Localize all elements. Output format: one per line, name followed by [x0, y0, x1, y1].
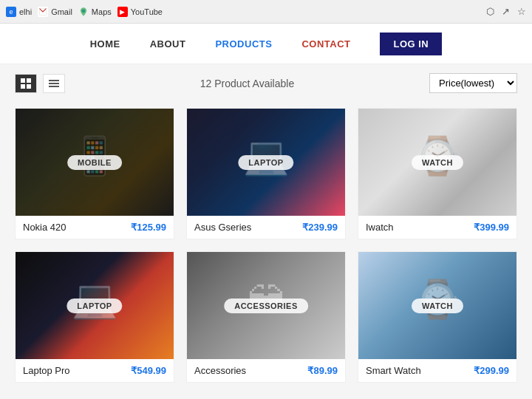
product-image-wrapper-5: ⌚ WATCH [358, 252, 516, 359]
elhi-icon: e [6, 7, 16, 17]
product-name-5: Smart Watch [366, 365, 421, 376]
product-card-3[interactable]: 💻 LAPTOP Laptop Pro ₹549.99 [15, 251, 174, 383]
list-icon [49, 78, 59, 89]
tab-youtube[interactable]: ▶ YouTube [117, 7, 163, 17]
tab-maps[interactable]: Maps [78, 7, 112, 17]
product-name-0: Nokia 420 [23, 222, 66, 233]
share-icon[interactable]: ↗ [502, 6, 510, 17]
products-grid: 📱 MOBILE Nokia 420 ₹125.99 💻 LAPTOP Asus… [0, 102, 532, 395]
product-card-0[interactable]: 📱 MOBILE Nokia 420 ₹125.99 [15, 108, 174, 239]
product-card-4[interactable]: 🕶 ACCESSORIES Accessories ₹89.99 [186, 251, 346, 383]
product-badge-0: MOBILE [67, 155, 122, 170]
product-image-wrapper-1: 💻 LAPTOP [187, 109, 345, 216]
product-name-2: Iwatch [366, 222, 394, 233]
product-badge-3: LAPTOP [66, 299, 122, 313]
tab-maps-label: Maps [92, 7, 112, 16]
maps-icon [78, 7, 89, 17]
login-button[interactable]: LOG IN [380, 33, 442, 55]
product-info-3: Laptop Pro ₹549.99 [16, 359, 174, 382]
tab-youtube-label: YouTube [131, 7, 163, 16]
product-count: 12 Product Available [65, 78, 429, 89]
svg-rect-6 [49, 80, 59, 81]
product-image-wrapper-3: 💻 LAPTOP [16, 252, 174, 359]
product-badge-2: WATCH [412, 155, 463, 170]
gmail-icon [38, 7, 48, 17]
tab-gmail[interactable]: Gmail [38, 7, 72, 17]
svg-rect-7 [49, 83, 59, 84]
product-image-wrapper-4: 🕶 ACCESSORIES [187, 252, 345, 359]
product-name-3: Laptop Pro [23, 365, 70, 376]
tab-elhi[interactable]: e elhi [6, 7, 32, 17]
product-name-4: Accessories [194, 365, 246, 376]
svg-rect-4 [21, 84, 25, 89]
sort-select[interactable]: Price(lowest) Price(highest) Newest Olde… [429, 73, 517, 93]
svg-rect-3 [27, 78, 31, 83]
product-info-5: Smart Watch ₹299.99 [358, 359, 516, 382]
toolbar: 12 Product Available Price(lowest) Price… [0, 64, 532, 102]
nav-about[interactable]: ABOUT [150, 38, 186, 50]
product-price-4: ₹89.99 [307, 365, 338, 376]
navbar: HOME ABOUT PRODUCTS CONTACT LOG IN [0, 24, 532, 64]
product-image-wrapper-0: 📱 MOBILE [16, 109, 174, 216]
svg-rect-2 [21, 78, 25, 83]
grid-view-button[interactable] [15, 74, 37, 93]
nav-links: HOME ABOUT PRODUCTS CONTACT [90, 38, 351, 50]
youtube-icon: ▶ [117, 7, 128, 17]
product-info-2: Iwatch ₹399.99 [358, 216, 516, 239]
product-card-2[interactable]: ⌚ WATCH Iwatch ₹399.99 [358, 108, 517, 239]
product-price-1: ₹239.99 [302, 222, 338, 233]
svg-rect-8 [49, 86, 59, 87]
svg-rect-5 [27, 84, 31, 89]
product-name-1: Asus Gseries [194, 222, 251, 233]
list-view-button[interactable] [43, 74, 65, 93]
product-info-1: Asus Gseries ₹239.99 [187, 216, 345, 239]
product-info-0: Nokia 420 ₹125.99 [16, 216, 174, 239]
tab-elhi-label: elhi [19, 7, 32, 16]
browser-right-icons: ⬡ ↗ ☆ [486, 6, 526, 17]
grid-icon [21, 78, 31, 89]
cast-icon[interactable]: ⬡ [486, 6, 494, 17]
browser-bar: e elhi Gmail Maps ▶ YouTube ⬡ ↗ ☆ [0, 0, 532, 24]
product-badge-1: LAPTOP [238, 155, 293, 170]
product-price-3: ₹549.99 [131, 365, 166, 376]
product-badge-5: WATCH [412, 299, 463, 313]
nav-contact[interactable]: CONTACT [301, 38, 350, 50]
tab-gmail-label: Gmail [51, 7, 72, 16]
nav-home[interactable]: HOME [90, 38, 120, 50]
view-toggle [15, 74, 65, 93]
product-price-0: ₹125.99 [131, 222, 166, 233]
product-price-2: ₹399.99 [474, 222, 509, 233]
nav-products[interactable]: PRODUCTS [215, 38, 272, 50]
product-card-1[interactable]: 💻 LAPTOP Asus Gseries ₹239.99 [186, 108, 346, 239]
product-badge-4: ACCESSORIES [224, 299, 308, 313]
product-image-wrapper-2: ⌚ WATCH [358, 109, 516, 216]
product-info-4: Accessories ₹89.99 [187, 359, 345, 382]
star-icon[interactable]: ☆ [517, 6, 526, 17]
product-price-5: ₹299.99 [474, 365, 509, 376]
product-card-5[interactable]: ⌚ WATCH Smart Watch ₹299.99 [358, 251, 517, 383]
